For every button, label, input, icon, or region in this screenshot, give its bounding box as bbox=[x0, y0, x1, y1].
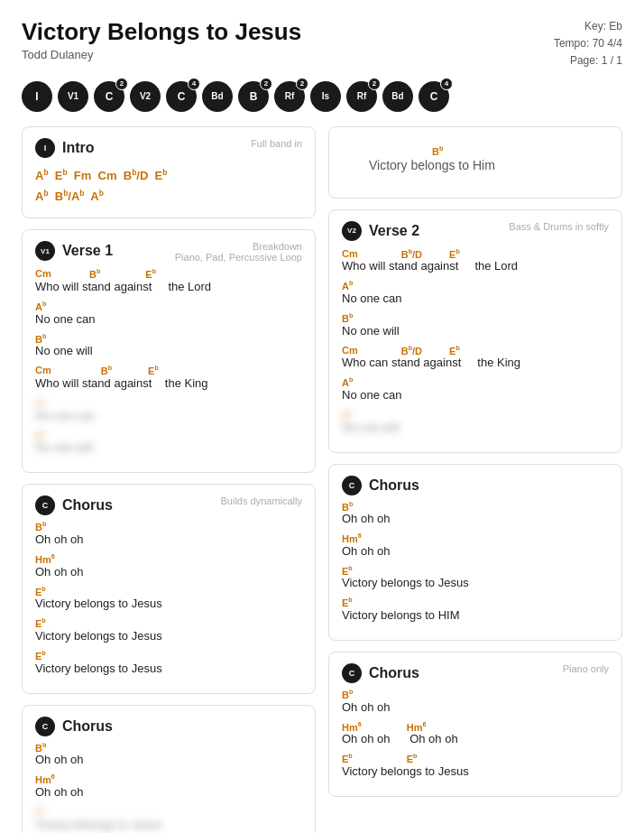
lyric-row: Who will stand against the Lord bbox=[342, 259, 609, 273]
chord-ab2: Ab bbox=[342, 376, 353, 388]
chord: Eb bbox=[35, 650, 46, 662]
lyric-row: Who can stand against the King bbox=[342, 356, 609, 369]
key-label: Key: bbox=[584, 20, 606, 32]
chord-bb: Bb bbox=[342, 312, 353, 324]
key-info: Key: Eb bbox=[554, 18, 622, 35]
pill-B2[interactable]: B 2 bbox=[238, 81, 269, 112]
chord-row: Cm Bb/D Eb bbox=[342, 248, 609, 260]
chord-ab: Ab bbox=[342, 280, 353, 292]
left-column: I Intro Full band in Ab Eb Fm Cm Bb/D Eb… bbox=[22, 126, 316, 833]
pill-V1[interactable]: V1 bbox=[58, 81, 88, 112]
verse2-pill: V2 bbox=[342, 221, 362, 241]
verse1-line2: Ab No one can bbox=[35, 301, 302, 326]
verse1-line5-blurred: Ab No one can bbox=[35, 397, 302, 422]
intro-section: I Intro Full band in Ab Eb Fm Cm Bb/D Eb… bbox=[22, 126, 316, 219]
pill-badge: 2 bbox=[260, 78, 272, 90]
title-block: Victory Belongs to Jesus Todd Dulaney bbox=[22, 18, 301, 61]
chord-row: Ab bbox=[35, 301, 302, 312]
chord-row: Bb bbox=[35, 430, 302, 441]
chord-bbd2: Bb/D bbox=[401, 345, 422, 356]
verse2-line4: Cm Bb/D Eb Who can stand against the Kin… bbox=[342, 345, 609, 370]
pill-C4[interactable]: C 4 bbox=[166, 81, 197, 112]
chord-bb2: Bb bbox=[342, 409, 353, 421]
verse2-line3: Bb No one will bbox=[342, 312, 609, 338]
verse1-section: V1 Verse 1 Breakdown Piano, Pad, Percuss… bbox=[22, 229, 316, 473]
chord-bb4: Bb bbox=[101, 365, 112, 376]
pill-Bd2[interactable]: Bd bbox=[382, 81, 413, 112]
chorus-r2-line2: Hm6 Hm6 Oh oh oh Oh oh oh bbox=[342, 721, 609, 746]
pill-badge: 4 bbox=[440, 78, 453, 90]
chorus1-note: Builds dynamically bbox=[221, 495, 302, 506]
chorus1-line3: Eb Victory belongs to Jesus bbox=[35, 586, 302, 611]
chord-cm2: Cm bbox=[342, 345, 358, 356]
chorus2-line1: Bb Oh oh oh bbox=[35, 742, 302, 767]
chord: Eb bbox=[342, 597, 353, 608]
verse2-note: Bass & Drums in softly bbox=[509, 221, 609, 232]
chorus1-line2: Hm6 Oh oh oh bbox=[35, 553, 302, 578]
chord: Eb bbox=[35, 586, 46, 597]
verse1-line3: Bb No one will bbox=[35, 333, 302, 358]
chorus-r2-note: Piano only bbox=[563, 663, 609, 674]
pill-V2[interactable]: V2 bbox=[130, 81, 161, 112]
chorus2-title: Chorus bbox=[62, 718, 113, 735]
chorus-r2-title: Chorus bbox=[369, 665, 419, 681]
chord-bb2: Bb bbox=[89, 268, 100, 280]
chorus-right1-section: C Chorus Bb Oh oh oh Hm6 Oh oh oh Eb Vic… bbox=[328, 464, 622, 642]
song-title: Victory Belongs to Jesus bbox=[22, 18, 301, 46]
verse1-line6-blurred: Bb No one will bbox=[35, 430, 302, 455]
chorus2-section: C Chorus Bb Oh oh oh Hm6 Oh oh oh Eb Vic… bbox=[22, 705, 316, 833]
pill-C4b[interactable]: C 4 bbox=[419, 81, 449, 112]
lyric-row: No one can bbox=[35, 312, 302, 326]
chorus-r1-header: C Chorus bbox=[342, 476, 609, 495]
chord: Hm6 bbox=[342, 532, 362, 544]
chord-bb3: Bb bbox=[35, 333, 46, 345]
tempo-value: 70 4/4 bbox=[593, 37, 622, 50]
chord: Bb bbox=[342, 501, 353, 513]
page-label: Page: bbox=[570, 54, 598, 67]
pill-C2[interactable]: C 2 bbox=[94, 81, 124, 112]
chord-cm: Cm bbox=[342, 248, 358, 260]
chord-row: Cm Bb/D Eb bbox=[342, 345, 609, 356]
chord: Eb bbox=[35, 617, 46, 629]
chorus-r1-title: Chorus bbox=[369, 477, 419, 494]
verse1-title: Verse 1 bbox=[62, 243, 113, 259]
intro-title: Intro bbox=[62, 140, 95, 156]
chorus1-line5: Eb Victory belongs to Jesus bbox=[35, 650, 302, 675]
verse2-line6-blurred: Bb No one will bbox=[342, 409, 609, 434]
lyric-row: No one will bbox=[35, 344, 302, 357]
chord2: Eb bbox=[407, 753, 418, 764]
verse2-line5: Ab No one can bbox=[342, 376, 609, 402]
verse1-line1: Cm Bb Eb Who will stand against the Lord bbox=[35, 268, 302, 293]
chord-ab: Ab bbox=[35, 301, 46, 312]
pill-Is[interactable]: Is bbox=[310, 81, 341, 112]
chorus-right2-section: C Chorus Piano only Bb Oh oh oh Hm6 Hm6 … bbox=[328, 652, 622, 797]
chord-row: Cm Bb Eb bbox=[35, 365, 302, 376]
pill-Bd[interactable]: Bd bbox=[202, 81, 233, 112]
page-value: 1 / 1 bbox=[602, 54, 622, 67]
chorus2-header: C Chorus bbox=[35, 717, 302, 736]
chorus-r1-line1: Bb Oh oh oh bbox=[342, 501, 609, 526]
verse1-line4: Cm Bb Eb Who will stand against the King bbox=[35, 365, 302, 390]
chord-row: Cm Bb Eb bbox=[35, 268, 302, 280]
meta-block: Key: Eb Tempo: 70 4/4 Page: 1 / 1 bbox=[554, 18, 622, 70]
chord: Bb bbox=[35, 742, 46, 754]
key-value: Eb bbox=[609, 20, 622, 32]
tempo-info: Tempo: 70 4/4 bbox=[554, 35, 622, 52]
chorus1-pill: C bbox=[35, 495, 55, 515]
chord-eb2: Eb bbox=[148, 365, 159, 376]
chord-cm2: Cm bbox=[35, 365, 51, 376]
chorus1-section: C Chorus Builds dynamically Bb Oh oh oh … bbox=[22, 484, 316, 693]
verse2-section: V2 Verse 2 Bass & Drums in softly Cm Bb/… bbox=[328, 209, 622, 453]
chord-eb2: Eb bbox=[449, 345, 460, 356]
chord-eb: Eb bbox=[449, 248, 460, 260]
lyric-row: No one will bbox=[35, 440, 302, 454]
chord: Eb bbox=[35, 806, 46, 818]
pill-badge: 2 bbox=[115, 78, 128, 90]
pill-I[interactable]: I bbox=[22, 81, 52, 112]
pill-Rf2b[interactable]: Rf 2 bbox=[346, 81, 377, 112]
pill-Rf2[interactable]: Rf 2 bbox=[274, 81, 305, 112]
pill-badge: 2 bbox=[296, 78, 308, 90]
chord-bb5: Bb bbox=[35, 430, 46, 441]
chord-bbd: Bb/D bbox=[401, 248, 422, 260]
chorus-r2-line1: Bb Oh oh oh bbox=[342, 689, 609, 714]
